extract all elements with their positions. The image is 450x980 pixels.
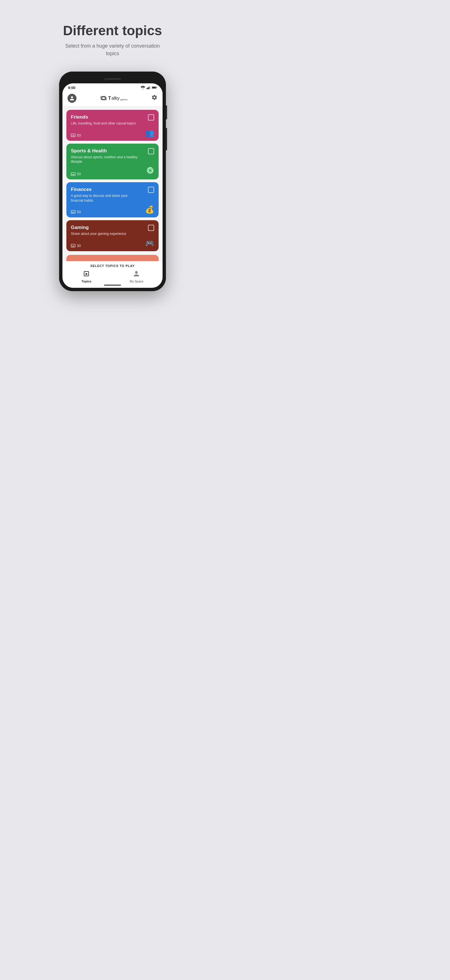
topics-list[interactable]: Friends Life, travelling, food and other… — [62, 107, 163, 255]
page-background: Different topics Select from a huge vari… — [0, 11, 225, 291]
svg-rect-1 — [147, 88, 147, 89]
topic-description: A good way to discuss and share your fin… — [71, 194, 138, 203]
topic-info: Sports & Health Discuss about sports, nu… — [71, 148, 138, 164]
topic-card-sports[interactable]: Sports & Health Discuss about sports, nu… — [67, 144, 158, 180]
myspace-tab-label: My Space — [130, 280, 143, 283]
phone-screen: 9:00 — [62, 83, 163, 288]
phone-camera — [104, 78, 107, 81]
bottom-nav: SELECT TOPICS TO PLAY Topics — [62, 261, 163, 288]
friends-count: 50 — [77, 133, 81, 137]
topic-count: 50 — [71, 210, 81, 214]
select-topics-text: SELECT TOPICS TO PLAY — [62, 263, 163, 269]
topic-info: Friends Life, travelling, food and other… — [71, 115, 136, 126]
phone-top-bar — [62, 75, 163, 83]
topic-card-bottom: 50 💰 — [71, 205, 154, 214]
topic-description: Life, travelling, food and other casual … — [71, 121, 136, 126]
svg-point-0 — [143, 89, 143, 89]
status-bar: 9:00 — [62, 83, 163, 91]
gaming-count: 30 — [77, 243, 81, 248]
topic-checkbox[interactable] — [148, 148, 154, 154]
wifi-icon — [141, 86, 145, 89]
sports-count: 50 — [77, 172, 81, 176]
topics-tab-label: Topics — [82, 280, 91, 283]
topic-card-bottom: 30 🎮 — [71, 239, 154, 248]
topic-name: Sports & Health — [71, 148, 138, 154]
topic-name: Gaming — [71, 225, 126, 231]
topic-card-friends[interactable]: Friends Life, travelling, food and other… — [67, 110, 158, 141]
partial-card — [67, 255, 158, 261]
topic-checkbox[interactable] — [148, 225, 154, 231]
myspace-icon — [133, 270, 140, 279]
topic-count: 30 — [71, 243, 81, 248]
topic-checkbox[interactable] — [148, 115, 154, 121]
topic-card-top: Sports & Health Discuss about sports, nu… — [71, 148, 154, 164]
signal-icon — [147, 86, 151, 89]
power-button — [166, 128, 167, 150]
svg-rect-4 — [150, 86, 151, 89]
svg-rect-6 — [156, 87, 157, 88]
phone-frame: 9:00 — [59, 72, 166, 291]
user-avatar[interactable] — [68, 94, 76, 103]
svg-rect-3 — [149, 87, 149, 89]
topic-card-bottom: 50 👥 — [71, 129, 154, 137]
topics-icon — [83, 270, 90, 279]
topic-description: Share about your gaming experience — [71, 231, 126, 236]
volume-button — [166, 105, 167, 119]
status-time: 9:00 — [68, 86, 75, 90]
topic-card-bottom: 50 — [71, 166, 154, 176]
topic-checkbox[interactable] — [148, 187, 154, 193]
home-indicator — [104, 285, 121, 286]
topic-info: Finances A good way to discuss and share… — [71, 187, 138, 203]
topic-emoji-sports — [146, 166, 154, 176]
svg-rect-7 — [152, 87, 156, 88]
svg-rect-2 — [147, 87, 149, 89]
nav-tab-myspace[interactable]: My Space — [121, 270, 152, 283]
page-subtitle: Select from a huge variety of conversati… — [59, 42, 166, 57]
app-logo: Talky games — [100, 95, 128, 101]
topic-emoji-friends: 👥 — [145, 129, 154, 137]
topic-emoji-finances: 💰 — [145, 205, 154, 214]
topic-card-finances[interactable]: Finances A good way to discuss and share… — [67, 182, 158, 217]
page-header: Different topics Select from a huge vari… — [59, 22, 166, 57]
topic-name: Finances — [71, 187, 138, 192]
topic-count: 50 — [71, 133, 81, 137]
page-title: Different topics — [59, 22, 166, 39]
nav-tabs: Topics My Space — [62, 270, 163, 283]
finances-count: 50 — [77, 210, 81, 214]
topic-description: Discuss about sports, nutrition and a he… — [71, 155, 138, 164]
app-header: Talky games — [62, 91, 163, 107]
topic-emoji-gaming: 🎮 — [145, 239, 154, 248]
topic-card-gaming[interactable]: Gaming Share about your gaming experienc… — [67, 220, 158, 251]
topic-name: Friends — [71, 115, 136, 120]
settings-icon[interactable] — [151, 94, 157, 102]
battery-icon — [152, 86, 157, 89]
topic-info: Gaming Share about your gaming experienc… — [71, 225, 126, 236]
topic-count: 50 — [71, 172, 81, 176]
nav-tab-topics[interactable]: Topics — [73, 270, 100, 283]
topic-card-top: Friends Life, travelling, food and other… — [71, 115, 154, 126]
status-icons — [141, 86, 157, 89]
topic-card-top: Gaming Share about your gaming experienc… — [71, 225, 154, 236]
topic-card-top: Finances A good way to discuss and share… — [71, 187, 154, 203]
